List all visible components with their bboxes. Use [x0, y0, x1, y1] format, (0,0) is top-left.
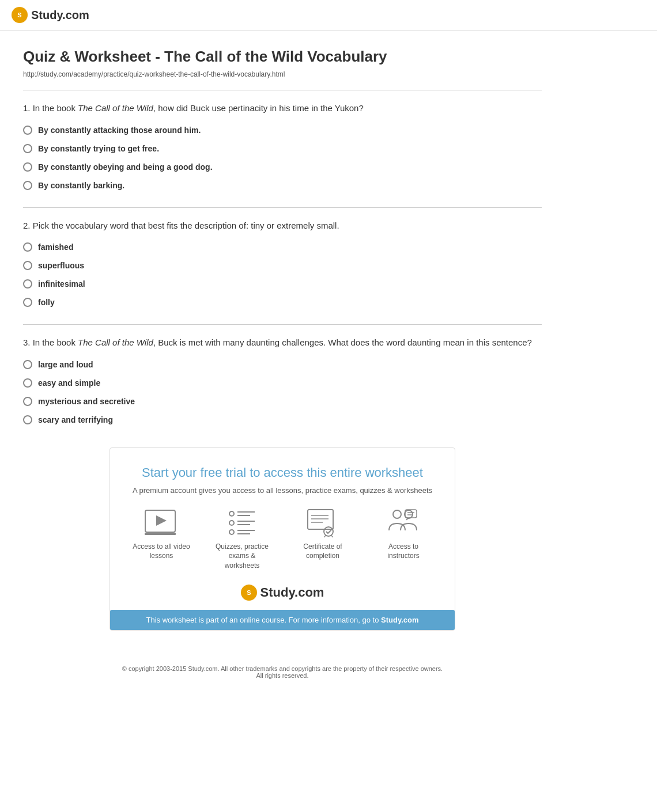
- q3-label-1: large and loud: [38, 360, 93, 369]
- radio-q1-3[interactable]: [23, 162, 32, 172]
- q1-before: In the book: [33, 103, 78, 113]
- cta-subtitle: A premium account gives you access to al…: [122, 486, 443, 495]
- radio-q2-4[interactable]: [23, 298, 32, 307]
- q2-label-3: infinitesimal: [38, 279, 85, 289]
- q2-before: Pick the vocabulary word that best fits …: [33, 221, 339, 230]
- certificate-icon: [305, 509, 340, 537]
- q3-label-4: scary and terrifying: [38, 415, 113, 424]
- radio-q1-2[interactable]: [23, 144, 32, 153]
- main-content: Quiz & Worksheet - The Call of the Wild …: [0, 31, 565, 708]
- cta-feature-video: Access to all video lessons: [133, 509, 190, 571]
- q1-label-4: By constantly barking.: [38, 181, 124, 190]
- footer-copyright: © copyright 2003-2015 Study.com. All oth…: [35, 665, 530, 672]
- video-icon: [144, 509, 179, 537]
- q1-label-2: By constantly trying to get free.: [38, 144, 159, 153]
- logo[interactable]: S Study.com: [12, 7, 89, 23]
- cta-logo-text: Study.com: [260, 585, 324, 600]
- question-1: 1. In the book The Call of the Wild, how…: [23, 102, 542, 190]
- q1-label-1: By constantly attacking those around him…: [38, 126, 201, 135]
- page-title: Quiz & Worksheet - The Call of the Wild …: [23, 48, 542, 66]
- q3-answer-1[interactable]: large and loud: [23, 360, 542, 369]
- q1-label-3: By constantly obeying and being a good d…: [38, 162, 213, 172]
- radio-q3-3[interactable]: [23, 397, 32, 406]
- svg-rect-14: [308, 510, 333, 529]
- cta-feature-certificate: Certificate of completion: [294, 509, 352, 571]
- cta-logo: S Study.com: [122, 585, 443, 601]
- q3-answer-4[interactable]: scary and terrifying: [23, 415, 542, 424]
- page-url: http://study.com/academy/practice/quiz-w…: [23, 70, 542, 78]
- q1-answer-4[interactable]: By constantly barking.: [23, 181, 542, 190]
- svg-point-18: [324, 527, 333, 536]
- cta-logo-icon: S: [241, 585, 257, 601]
- q1-answer-1[interactable]: By constantly attacking those around him…: [23, 126, 542, 135]
- divider-q2: [23, 324, 542, 325]
- header: S Study.com: [0, 0, 657, 31]
- q2-answer-1[interactable]: famished: [23, 242, 542, 252]
- q3-answer-2[interactable]: easy and simple: [23, 378, 542, 388]
- radio-q3-1[interactable]: [23, 360, 32, 369]
- cta-title: Start your free trial to access this ent…: [122, 465, 443, 480]
- q2-label-1: famished: [38, 242, 73, 252]
- question-3: 3. In the book The Call of the Wild, Buc…: [23, 336, 542, 424]
- cta-feature-instructors-label: Access to instructors: [375, 542, 432, 561]
- question-2: 2. Pick the vocabulary word that best fi…: [23, 219, 542, 308]
- svg-point-11: [229, 530, 234, 534]
- q2-answer-4[interactable]: folly: [23, 298, 542, 307]
- cta-box: Start your free trial to access this ent…: [110, 447, 455, 631]
- footer: © copyright 2003-2015 Study.com. All oth…: [23, 654, 542, 690]
- cta-feature-quizzes-label: Quizzes, practice exams & worksheets: [213, 542, 271, 571]
- cta-features: Access to all video lessons: [122, 509, 443, 571]
- cta-feature-certificate-label: Certificate of completion: [294, 542, 352, 561]
- list-icon: [225, 509, 259, 537]
- question-3-text: 3. In the book The Call of the Wild, Buc…: [23, 336, 542, 350]
- q3-italic: The Call of the Wild: [78, 337, 153, 347]
- question-2-text: 2. Pick the vocabulary word that best fi…: [23, 219, 542, 233]
- svg-point-8: [229, 521, 234, 525]
- cta-feature-video-label: Access to all video lessons: [133, 542, 190, 561]
- svg-text:S: S: [247, 589, 251, 596]
- question-1-text: 1. In the book The Call of the Wild, how…: [23, 102, 542, 115]
- q2-answer-2[interactable]: superfluous: [23, 261, 542, 270]
- q3-num: 3.: [23, 337, 33, 347]
- svg-rect-3: [145, 533, 176, 535]
- cta-banner: This worksheet is part of an online cour…: [110, 610, 455, 630]
- divider-top: [23, 90, 542, 90]
- q1-italic: The Call of the Wild: [78, 103, 153, 113]
- q3-answer-3[interactable]: mysterious and secretive: [23, 397, 542, 406]
- radio-q2-3[interactable]: [23, 279, 32, 289]
- logo-text: Study.com: [31, 9, 89, 22]
- cta-feature-instructors: Access to instructors: [375, 509, 432, 571]
- svg-text:S: S: [17, 12, 21, 18]
- cta-banner-text: This worksheet is part of an online cour…: [146, 616, 381, 624]
- instructor-icon: [386, 509, 421, 537]
- q3-label-2: easy and simple: [38, 378, 100, 388]
- q2-label-2: superfluous: [38, 261, 84, 270]
- q2-answer-3[interactable]: infinitesimal: [23, 279, 542, 289]
- svg-point-5: [229, 511, 234, 516]
- q3-label-3: mysterious and secretive: [38, 397, 135, 406]
- radio-q3-2[interactable]: [23, 378, 32, 388]
- logo-icon: S: [12, 7, 28, 23]
- q1-after: , how did Buck use pertinacity in his ti…: [153, 103, 364, 113]
- radio-q1-4[interactable]: [23, 181, 32, 190]
- q2-num: 2.: [23, 221, 33, 230]
- footer-rights: All rights reserved.: [35, 672, 530, 679]
- cta-banner-link[interactable]: Study.com: [381, 616, 419, 624]
- radio-q1-1[interactable]: [23, 126, 32, 135]
- q3-before: In the book: [33, 337, 78, 347]
- q2-label-4: folly: [38, 298, 55, 307]
- q3-after: , Buck is met with many daunting challen…: [153, 337, 532, 347]
- svg-point-21: [393, 510, 401, 518]
- radio-q2-2[interactable]: [23, 261, 32, 270]
- radio-q3-4[interactable]: [23, 415, 32, 424]
- svg-marker-4: [156, 515, 167, 526]
- radio-q2-1[interactable]: [23, 242, 32, 252]
- cta-feature-quizzes: Quizzes, practice exams & worksheets: [213, 509, 271, 571]
- divider-q1: [23, 207, 542, 208]
- q1-answer-3[interactable]: By constantly obeying and being a good d…: [23, 162, 542, 172]
- q1-num: 1.: [23, 103, 33, 113]
- q1-answer-2[interactable]: By constantly trying to get free.: [23, 144, 542, 153]
